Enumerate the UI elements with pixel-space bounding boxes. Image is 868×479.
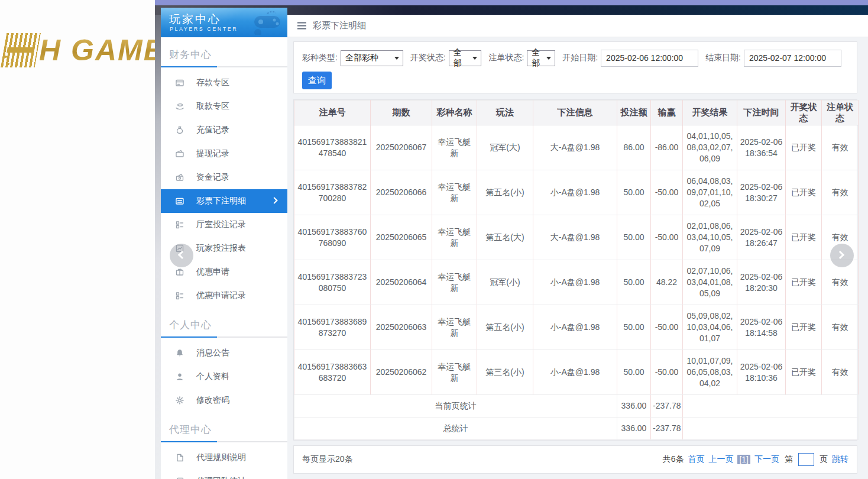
summary-winloss-total: -237.78	[651, 395, 683, 417]
sidebar-item-lottery-detail[interactable]: 彩票下注明细	[161, 189, 287, 213]
section-divider	[161, 441, 287, 442]
bell-icon	[175, 348, 184, 358]
column-header[interactable]: 输赢	[651, 101, 683, 125]
table-row[interactable]: 40156917388378270028020250206066幸运飞艇新第五名…	[294, 170, 859, 215]
column-header[interactable]: 期数	[371, 101, 432, 125]
sidebar-item-team-stats[interactable]: 代理团队统计	[161, 470, 287, 479]
start-date-input[interactable]	[601, 50, 698, 67]
sidebar-item-label: 代理团队统计	[196, 476, 246, 479]
column-header[interactable]: 彩种名称	[432, 101, 477, 125]
sidebar-item-label: 彩票下注明细	[196, 196, 246, 206]
column-header[interactable]: 玩法	[477, 101, 533, 125]
table-cell: 冠军(大)	[477, 125, 533, 170]
filter-panel: 彩种类型: 全部彩种 开奖状态: 全部 注单状态: 全部 开始日期: 结束日期:…	[293, 41, 857, 93]
table-cell: 有效	[822, 305, 859, 350]
table-cell: 20250206062	[371, 350, 432, 395]
summary-label: 当前页统计	[294, 395, 617, 417]
sidebar-item-wallet[interactable]: 提现记录	[161, 142, 287, 166]
sidebar-item-label: 优惠申请记录	[196, 290, 246, 301]
top-purple-strip	[155, 0, 868, 5]
sidebar-item-person[interactable]: 个人资料	[161, 365, 287, 389]
table-cell: 20250206066	[371, 170, 432, 215]
page-size-text: 每页显示20条	[302, 454, 353, 465]
table-cell: -86.00	[651, 125, 683, 170]
person-icon	[175, 372, 184, 381]
query-button[interactable]: 查询	[302, 72, 332, 89]
prev-page-link[interactable]: 上一页	[708, 454, 733, 465]
sidebar-item-label: 个人资料	[196, 371, 229, 382]
sidebar-item-bell[interactable]: 消息公告	[161, 341, 287, 365]
section-divider	[161, 336, 287, 338]
sidebar-item-promo-record[interactable]: 优惠申请记录	[161, 284, 287, 308]
table-row[interactable]: 40156917388372308075020250206064幸运飞艇新冠军(…	[294, 260, 859, 305]
page-title: 彩票下注明细	[313, 20, 366, 31]
table-row[interactable]: 40156917388376076809020250206065幸运飞艇新第五名…	[294, 215, 859, 260]
draw-status-select[interactable]: 全部	[449, 50, 482, 66]
site-logo[interactable]: H GAME	[4, 31, 155, 70]
column-header[interactable]: 下注信息	[533, 101, 617, 125]
deposit-card-icon	[175, 78, 184, 88]
column-header[interactable]: 注单号	[294, 101, 371, 125]
table-cell: 401569173883663683720	[294, 350, 371, 395]
sidebar-item-label: 优惠申请	[196, 267, 229, 277]
table-cell: 幸运飞艇新	[432, 215, 477, 260]
lottery-type-select[interactable]: 全部彩种	[341, 50, 403, 66]
chevron-down-icon	[472, 57, 477, 60]
column-header[interactable]: 投注额	[617, 101, 651, 125]
summary-empty	[683, 417, 859, 440]
table-row[interactable]: 40156917388368987327020250206063幸运飞艇新第五名…	[294, 305, 859, 350]
table-row[interactable]: 40156917388382147854020250206067幸运飞艇新冠军(…	[294, 125, 859, 170]
sidebar-item-withdraw-hand[interactable]: 取款专区	[161, 95, 287, 118]
sidebar-item-deposit-card[interactable]: 存款专区	[161, 71, 287, 95]
jump-page-input[interactable]	[798, 453, 814, 466]
next-page-link[interactable]: 下一页	[754, 454, 779, 465]
table-cell: 已开奖	[786, 305, 822, 350]
column-header[interactable]: 开奖结果	[683, 101, 737, 125]
table-cell: -50.00	[651, 215, 683, 260]
sidebar-item-gear[interactable]: 修改密码	[161, 389, 287, 412]
summary-label: 总统计	[294, 417, 617, 440]
table-cell: 401569173883689873270	[294, 305, 371, 350]
table-cell: 大-A盘@1.98	[533, 215, 617, 260]
sidebar-item-funds-record[interactable]: 资金记录	[161, 166, 287, 189]
lottery-type-label: 彩种类型:	[302, 53, 338, 63]
hamburger-menu-icon[interactable]	[297, 22, 307, 30]
order-status-select[interactable]: 全部	[527, 50, 555, 66]
sidebar-item-money-bag[interactable]: 充值记录	[161, 118, 287, 142]
column-header[interactable]: 注单状态	[822, 101, 859, 125]
first-page-link[interactable]: 首页	[688, 454, 704, 465]
order-status-label: 注单状态:	[488, 53, 524, 63]
lottery-detail-icon	[175, 196, 184, 206]
table-row[interactable]: 40156917388366368372020250206062幸运飞艇新第三名…	[294, 350, 859, 395]
table-cell: 第三名(小)	[477, 350, 533, 395]
table-cell: 2025-02-06 18:30:27	[737, 170, 786, 215]
table-cell: 401569173883760768090	[294, 215, 371, 260]
end-date-label: 结束日期:	[705, 53, 741, 63]
column-header[interactable]: 下注时间	[737, 101, 786, 125]
table-cell: 第五名(小)	[477, 305, 533, 350]
table-cell: 小-A盘@1.98	[533, 350, 617, 395]
table-cell: 2025-02-06 18:14:58	[737, 305, 786, 350]
table-cell: 48.22	[651, 260, 683, 305]
end-date-input[interactable]	[744, 50, 841, 67]
table-cell: 20250206065	[371, 215, 432, 260]
sidebar-item-hall-bet-record[interactable]: 厅室投注记录	[161, 213, 287, 237]
table-cell: 2025-02-06 18:20:30	[737, 260, 786, 305]
funds-record-icon	[175, 173, 184, 182]
table-cell: 05,09,08,02,10,03,04,06,01,07	[683, 305, 737, 350]
collapse-left-button[interactable]	[170, 244, 193, 267]
table-cell: 401569173883723080750	[294, 260, 371, 305]
sidebar-item-label: 玩家投注报表	[196, 243, 246, 254]
sidebar-item-document[interactable]: 代理规则说明	[161, 446, 287, 470]
players-center-title: 玩家中心	[169, 12, 221, 27]
table-cell: 20250206067	[371, 125, 432, 170]
pagination-bar: 每页显示20条 共6条 首页 上一页 [1] 下一页 第 页 跳转	[293, 445, 857, 474]
table-cell: -50.00	[651, 350, 683, 395]
expand-right-button[interactable]	[830, 244, 854, 267]
document-icon	[175, 453, 184, 462]
sidebar-item-label: 提现记录	[196, 148, 229, 159]
jump-button[interactable]: 跳转	[832, 454, 848, 465]
sidebar-item-label: 取款专区	[196, 101, 229, 112]
column-header[interactable]: 开奖状态	[786, 101, 822, 125]
money-bag-icon	[175, 125, 184, 135]
